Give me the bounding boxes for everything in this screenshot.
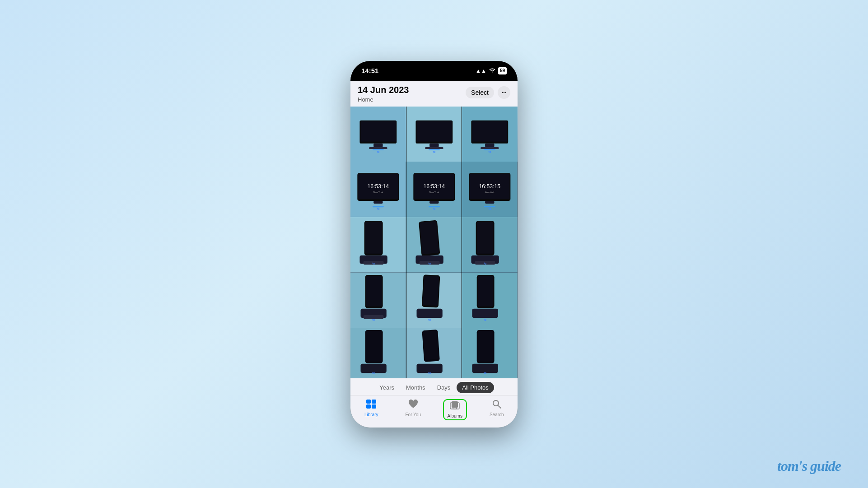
for-you-icon (408, 399, 419, 411)
status-time: 14:51 (361, 67, 378, 74)
tab-for-you[interactable]: For You (392, 399, 434, 420)
photo-grid[interactable]: tg tg (350, 107, 518, 378)
photo-thumbnail: tg (462, 217, 518, 273)
svg-text:tg: tg (433, 150, 435, 153)
search-icon (491, 399, 502, 411)
months-button[interactable]: Months (401, 382, 431, 393)
svg-rect-91 (478, 331, 494, 361)
select-button[interactable]: Select (466, 87, 494, 98)
tab-library[interactable]: Library (350, 399, 392, 420)
photo-thumbnail: tg (462, 107, 518, 162)
photos-header: 14 Jun 2023 Home Select ··· (350, 81, 518, 107)
svg-rect-72 (416, 308, 442, 317)
tab-albums[interactable]: Albums (434, 399, 476, 420)
svg-rect-4 (369, 147, 387, 149)
watermark-text: tom's guide (777, 458, 841, 474)
search-label: Search (490, 412, 504, 417)
header-left: 14 Jun 2023 Home (358, 84, 409, 103)
for-you-label: For You (406, 412, 421, 417)
svg-text:New York: New York (485, 191, 495, 194)
photo-cell[interactable]: tg (406, 273, 462, 328)
photo-cell[interactable]: 16:53:14 New York tg (406, 162, 462, 217)
svg-text:tg: tg (433, 207, 435, 210)
photo-cell[interactable]: tg (462, 107, 518, 162)
photo-thumbnail: tg (350, 107, 406, 162)
photo-thumbnail: tg (406, 328, 462, 378)
svg-text:New York: New York (373, 191, 383, 194)
photo-thumbnail: tg (350, 217, 406, 273)
photo-cell[interactable]: 16:53:14 New York tg (350, 162, 406, 217)
svg-rect-26 (373, 201, 383, 204)
all-photos-button[interactable]: All Photos (457, 382, 494, 393)
svg-text:tg: tg (489, 207, 491, 210)
years-button[interactable]: Years (374, 382, 400, 393)
svg-rect-124 (366, 404, 371, 409)
photo-cell[interactable]: tg (462, 217, 518, 273)
svg-rect-2 (360, 121, 396, 141)
svg-line-130 (498, 405, 501, 408)
photo-cell[interactable]: tg (350, 273, 406, 328)
tab-search[interactable]: Search (476, 399, 518, 420)
phone-frame: 14:51 ▲▲ 59 14 Jun 2023 Home S (350, 61, 518, 428)
svg-rect-123 (372, 400, 376, 404)
photo-thumbnail: tg (406, 217, 462, 273)
svg-text:New York: New York (429, 191, 439, 194)
svg-rect-125 (372, 404, 376, 409)
svg-rect-42 (485, 201, 494, 204)
library-label: Library (364, 412, 378, 417)
svg-rect-11 (425, 147, 443, 149)
status-icons: ▲▲ 59 (476, 67, 507, 74)
svg-rect-65 (366, 276, 382, 306)
svg-text:tg: tg (377, 207, 379, 210)
svg-rect-9 (416, 121, 452, 141)
svg-text:16:53:14: 16:53:14 (423, 183, 445, 190)
svg-rect-18 (481, 147, 499, 149)
photo-cell[interactable]: tg (406, 107, 462, 162)
signal-icon: ▲▲ (476, 68, 486, 74)
svg-text:tg: tg (489, 150, 491, 153)
photo-cell[interactable]: tg (462, 273, 518, 328)
svg-rect-53 (420, 221, 439, 254)
photo-thumbnail: tg (406, 107, 462, 162)
photo-cell[interactable]: tg (350, 328, 406, 378)
photo-cell[interactable]: tg (462, 328, 518, 378)
albums-icon (449, 401, 460, 413)
battery-indicator: 59 (498, 67, 507, 74)
photo-cell[interactable]: 16:53:15 New York tg (462, 162, 518, 217)
albums-label: Albums (448, 414, 462, 418)
photo-row: tg tg (350, 217, 518, 273)
photo-cell[interactable]: tg (406, 217, 462, 273)
svg-text:tg: tg (484, 318, 487, 321)
svg-text:tg: tg (484, 261, 487, 265)
svg-rect-86 (423, 330, 439, 360)
svg-rect-77 (472, 308, 498, 317)
photo-thumbnail: tg (462, 328, 518, 378)
more-button[interactable]: ··· (498, 86, 510, 99)
photo-row: tg tg (350, 107, 518, 162)
svg-text:tg: tg (428, 261, 431, 265)
status-bar: 14:51 ▲▲ 59 (350, 61, 518, 81)
photo-row: tg tg (350, 328, 518, 378)
svg-text:tg: tg (428, 318, 431, 321)
photo-thumbnail: tg (462, 273, 518, 328)
svg-rect-10 (429, 143, 439, 147)
timeline-bar: Years Months Days All Photos (350, 378, 518, 395)
photo-cell[interactable]: tg (350, 217, 406, 273)
svg-rect-128 (452, 401, 458, 408)
photo-row: tg tg (350, 273, 518, 328)
photo-thumbnail: tg (350, 273, 406, 328)
svg-rect-47 (365, 222, 382, 254)
svg-rect-34 (429, 201, 439, 204)
photo-thumbnail: 16:53:14 New York tg (350, 162, 406, 217)
albums-highlight: Albums (443, 399, 467, 420)
svg-rect-122 (366, 400, 371, 404)
photo-cell[interactable]: tg (406, 328, 462, 378)
photo-cell[interactable]: tg (350, 107, 406, 162)
wifi-icon (489, 67, 496, 74)
library-icon (366, 399, 377, 411)
photo-thumbnail: 16:53:15 New York tg (462, 162, 518, 217)
svg-text:tg: tg (484, 371, 487, 374)
svg-rect-71 (423, 275, 439, 306)
days-button[interactable]: Days (432, 382, 456, 393)
svg-text:tg: tg (372, 261, 375, 265)
